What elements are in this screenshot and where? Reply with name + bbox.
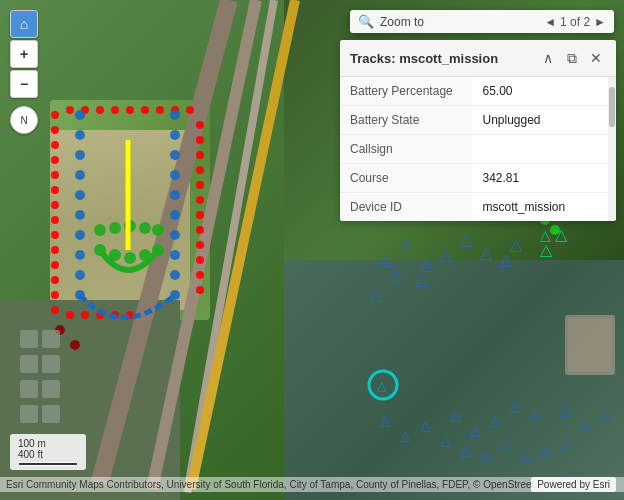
table-row: Battery StateUnplugged [340, 106, 616, 135]
svg-point-30 [196, 226, 204, 234]
svg-point-1 [51, 126, 59, 134]
compass[interactable]: N [10, 106, 38, 134]
svg-text:△: △ [480, 447, 491, 463]
svg-point-10 [51, 261, 59, 269]
table-row: Callsign [340, 135, 616, 164]
svg-point-50 [75, 270, 85, 280]
svg-point-60 [170, 130, 180, 140]
popup-header: Tracks: mscott_mission ∧ ⧉ ✕ [340, 40, 616, 77]
scale-line [18, 462, 78, 466]
svg-point-31 [196, 241, 204, 249]
svg-point-29 [196, 211, 204, 219]
zoom-out-icon: − [20, 76, 28, 92]
svg-rect-113 [20, 355, 38, 373]
field-name: Device ID [340, 193, 472, 222]
table-row: Battery Percentage65.00 [340, 77, 616, 106]
svg-point-3 [51, 156, 59, 164]
home-button[interactable]: ⌂ [10, 10, 38, 38]
svg-text:△: △ [500, 251, 513, 268]
svg-point-16 [96, 106, 104, 114]
svg-point-56 [170, 210, 180, 220]
svg-text:△: △ [580, 417, 591, 433]
svg-text:△: △ [600, 407, 611, 423]
table-row: Device IDmscott_mission [340, 193, 616, 222]
map-controls: ⌂ + − N [10, 10, 38, 134]
svg-point-68 [109, 222, 121, 234]
svg-point-35 [66, 311, 74, 319]
svg-point-8 [51, 231, 59, 239]
svg-point-0 [51, 111, 59, 119]
svg-text:△: △ [450, 407, 461, 423]
svg-point-5 [51, 186, 59, 194]
zoom-in-icon: + [20, 46, 28, 62]
svg-text:△: △ [470, 422, 481, 438]
popup-scrollbar[interactable] [608, 77, 616, 221]
svg-point-111 [550, 225, 560, 235]
svg-point-11 [51, 276, 59, 284]
svg-point-57 [170, 190, 180, 200]
svg-point-12 [51, 291, 59, 299]
svg-rect-116 [42, 330, 60, 348]
nav-next-icon[interactable]: ► [594, 15, 606, 29]
popup-table: Battery Percentage65.00Battery StateUnpl… [340, 77, 616, 221]
field-value: mscott_mission [472, 193, 616, 222]
collapse-button[interactable]: ∧ [538, 48, 558, 68]
page-indicator: 1 of 2 [560, 15, 590, 29]
svg-point-54 [170, 250, 180, 260]
close-button[interactable]: ✕ [586, 48, 606, 68]
svg-point-19 [141, 106, 149, 114]
svg-point-70 [139, 222, 151, 234]
scale-meters: 100 m [18, 438, 78, 449]
esri-logo: Powered by Esri [531, 477, 616, 492]
svg-text:△: △ [400, 236, 413, 253]
svg-point-9 [51, 246, 59, 254]
field-name: Battery Percentage [340, 77, 472, 106]
svg-text:△: △ [540, 442, 551, 458]
svg-text:△: △ [460, 231, 473, 248]
svg-text:△: △ [380, 412, 391, 428]
svg-point-22 [186, 106, 194, 114]
field-name: Course [340, 164, 472, 193]
svg-text:△: △ [415, 271, 428, 288]
svg-point-53 [170, 270, 180, 280]
table-row: Course342.81 [340, 164, 616, 193]
scale-bar: 100 m 400 ft [10, 434, 86, 470]
svg-text:△: △ [390, 266, 403, 283]
copy-button[interactable]: ⧉ [562, 48, 582, 68]
svg-text:△: △ [420, 417, 431, 433]
svg-point-18 [126, 106, 134, 114]
svg-point-34 [196, 286, 204, 294]
zoom-out-button[interactable]: − [10, 70, 38, 98]
nav-prev-icon[interactable]: ◄ [544, 15, 556, 29]
zoom-popup[interactable]: 🔍 Zoom to ◄ 1 of 2 ► [350, 10, 614, 33]
svg-text:△: △ [480, 244, 493, 261]
zoom-in-button[interactable]: + [10, 40, 38, 68]
svg-point-6 [51, 201, 59, 209]
svg-text:△: △ [440, 432, 451, 448]
svg-text:△: △ [540, 241, 553, 258]
field-value: 342.81 [472, 164, 616, 193]
svg-text:△: △ [540, 227, 551, 243]
svg-point-47 [75, 210, 85, 220]
svg-point-25 [196, 151, 204, 159]
svg-point-4 [51, 171, 59, 179]
svg-point-67 [94, 224, 106, 236]
svg-rect-114 [20, 380, 38, 398]
svg-rect-117 [42, 355, 60, 373]
zoom-icon: 🔍 [358, 14, 374, 29]
svg-point-2 [51, 141, 59, 149]
svg-rect-118 [42, 380, 60, 398]
home-icon: ⌂ [20, 16, 28, 32]
svg-point-23 [196, 121, 204, 129]
svg-text:△: △ [520, 447, 531, 463]
zoom-nav[interactable]: ◄ 1 of 2 ► [544, 15, 606, 29]
svg-text:△: △ [377, 379, 387, 393]
compass-label: N [20, 115, 27, 126]
field-name: Callsign [340, 135, 472, 164]
popup-header-buttons: ∧ ⧉ ✕ [538, 48, 606, 68]
svg-point-17 [111, 106, 119, 114]
svg-point-13 [51, 306, 59, 314]
svg-point-7 [51, 216, 59, 224]
svg-point-46 [75, 190, 85, 200]
map-container[interactable]: △ △ △ △ △ △ △ △ △ △ △ △ △ △ △ △ △ △ △ △ … [0, 0, 624, 500]
